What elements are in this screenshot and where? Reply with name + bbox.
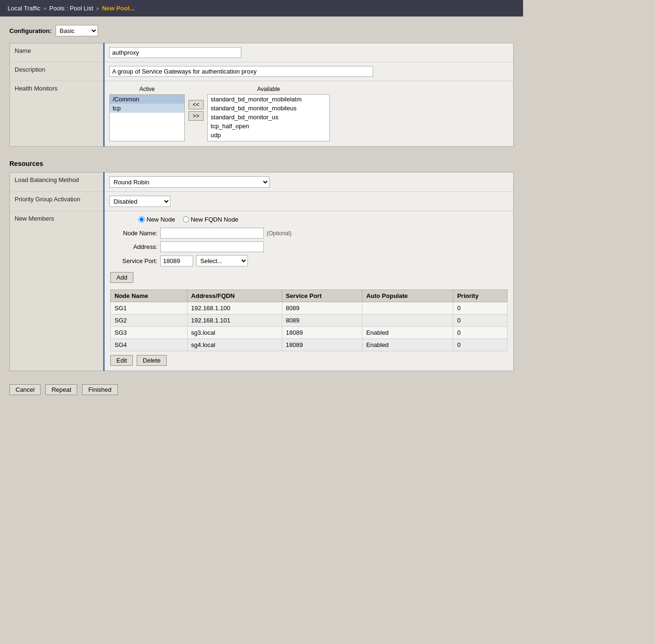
new-fqdn-label: New FQDN Node (191, 216, 238, 223)
table-cell-service_port: 18089 (282, 339, 362, 351)
breadcrumb-current: New Pool... (102, 5, 134, 12)
available-item-1[interactable]: standard_bd_monitor_mobilelatm (208, 95, 329, 104)
add-button[interactable]: Add (110, 272, 133, 283)
active-item-common[interactable]: /Common (110, 95, 184, 104)
table-cell-priority: 0 (453, 339, 508, 351)
new-node-label: New Node (147, 216, 175, 223)
move-left-button[interactable]: << (188, 100, 204, 109)
active-monitor-box[interactable]: /Common tcp (109, 94, 185, 141)
repeat-button[interactable]: Repeat (45, 384, 77, 395)
new-fqdn-radio[interactable] (183, 216, 189, 223)
table-cell-address: 192.168.1.101 (187, 314, 282, 327)
table-cell-auto_populate (362, 302, 453, 314)
available-monitor-section: Available standard_bd_monitor_mobilelatm… (207, 86, 330, 141)
main-form-table: Name Description Health Monitors Active (9, 43, 514, 147)
delete-button[interactable]: Delete (137, 355, 167, 366)
available-item-4[interactable]: tcp_half_open (208, 122, 329, 131)
service-port-input[interactable] (160, 256, 193, 266)
table-cell-priority: 0 (453, 302, 508, 314)
table-cell-priority: 0 (453, 327, 508, 339)
edit-delete-row: Edit Delete (110, 355, 508, 366)
active-item-tcp[interactable]: tcp (110, 104, 184, 113)
resources-table: Load Balancing Method Round Robin Least … (9, 172, 514, 371)
col-auto-populate: Auto Populate (362, 290, 453, 302)
service-port-label: Service Port: (110, 257, 157, 264)
table-cell-service_port: 18089 (282, 327, 362, 339)
new-node-radio-label[interactable]: New Node (139, 216, 175, 223)
active-header: Active (109, 86, 185, 92)
table-cell-auto_populate: Enabled (362, 327, 453, 339)
priority-group-label: Priority Group Activation (10, 192, 104, 211)
edit-button[interactable]: Edit (110, 355, 133, 366)
move-right-button[interactable]: >> (188, 111, 204, 121)
description-label: Description (10, 62, 104, 81)
description-input[interactable] (109, 66, 373, 77)
table-cell-node_name: SG2 (111, 314, 188, 327)
table-cell-address: sg3.local (187, 327, 282, 339)
monitor-arrows: << >> (188, 100, 204, 121)
description-row: Description (10, 62, 514, 81)
description-value-cell (104, 62, 514, 81)
name-row: Name (10, 43, 514, 62)
breadcrumb-sep2: » (96, 5, 99, 12)
table-cell-auto_populate (362, 314, 453, 327)
members-table: Node Name Address/FQDN Service Port Auto… (110, 289, 508, 351)
name-input[interactable] (109, 47, 241, 58)
optional-text: (Optional) (267, 230, 292, 237)
node-name-form-row: Node Name: (Optional) (110, 228, 508, 239)
breadcrumb-sep1: » (43, 5, 47, 12)
add-button-row: Add (110, 269, 508, 288)
monitors-container: Active /Common tcp << >> Available (109, 86, 508, 141)
col-priority: Priority (453, 290, 508, 302)
new-fqdn-radio-label[interactable]: New FQDN Node (183, 216, 238, 223)
new-members-value-cell: New Node New FQDN Node Node Name: (Optio… (104, 211, 514, 371)
breadcrumb-part1: Local Traffic (8, 5, 41, 12)
new-members-row: New Members New Node New FQDN Node Node … (10, 211, 514, 371)
address-form-row: Address: (110, 241, 508, 252)
table-header-row: Node Name Address/FQDN Service Port Auto… (111, 290, 508, 302)
name-label: Name (10, 43, 104, 62)
address-label: Address: (110, 243, 157, 250)
breadcrumb: Local Traffic » Pools : Pool List » New … (0, 0, 523, 17)
col-address: Address/FQDN (187, 290, 282, 302)
col-node-name: Node Name (111, 290, 188, 302)
priority-group-select[interactable]: Disabled Enabled (109, 196, 171, 207)
health-monitors-row: Health Monitors Active /Common tcp << > (10, 81, 514, 147)
load-balancing-label: Load Balancing Method (10, 173, 104, 192)
table-cell-priority: 0 (453, 314, 508, 327)
available-item-3[interactable]: standard_bd_monitor_us (208, 113, 329, 122)
load-balancing-row: Load Balancing Method Round Robin Least … (10, 173, 514, 192)
node-name-label: Node Name: (110, 230, 157, 237)
table-cell-node_name: SG4 (111, 339, 188, 351)
load-balancing-value-cell: Round Robin Least Connections Observed P… (104, 173, 514, 192)
table-cell-address: 192.168.1.100 (187, 302, 282, 314)
configuration-select[interactable]: Basic Advanced (56, 25, 98, 36)
active-monitor-section: Active /Common tcp (109, 86, 185, 141)
service-port-select[interactable]: Select... HTTP HTTPS FTP SSH (196, 255, 248, 266)
bottom-buttons: Cancel Repeat Finished (9, 380, 514, 397)
name-value-cell (104, 43, 514, 62)
table-cell-address: sg4.local (187, 339, 282, 351)
node-name-input[interactable] (160, 228, 264, 239)
new-node-radio[interactable] (139, 216, 145, 223)
radio-row: New Node New FQDN Node (110, 216, 508, 223)
available-item-5[interactable]: udp (208, 131, 329, 140)
priority-group-value-cell: Disabled Enabled (104, 192, 514, 211)
table-row: SG3sg3.local18089Enabled0 (111, 327, 508, 339)
finished-button[interactable]: Finished (82, 384, 117, 395)
available-monitor-box[interactable]: standard_bd_monitor_mobilelatm standard_… (207, 94, 330, 141)
table-row: SG1192.168.1.10080890 (111, 302, 508, 314)
cancel-button[interactable]: Cancel (9, 384, 41, 395)
breadcrumb-part2: Pools : Pool List (49, 5, 93, 12)
col-service-port: Service Port (282, 290, 362, 302)
available-item-2[interactable]: standard_bd_monitor_mobileus (208, 104, 329, 113)
address-input[interactable] (160, 241, 264, 252)
health-monitors-label: Health Monitors (10, 81, 104, 147)
new-members-label: New Members (10, 211, 104, 371)
load-balancing-select[interactable]: Round Robin Least Connections Observed P… (109, 176, 270, 188)
service-port-form-row: Service Port: Select... HTTP HTTPS FTP S… (110, 255, 508, 266)
available-header: Available (207, 86, 330, 92)
table-cell-node_name: SG3 (111, 327, 188, 339)
priority-group-row: Priority Group Activation Disabled Enabl… (10, 192, 514, 211)
resources-section-header: Resources (9, 155, 514, 170)
